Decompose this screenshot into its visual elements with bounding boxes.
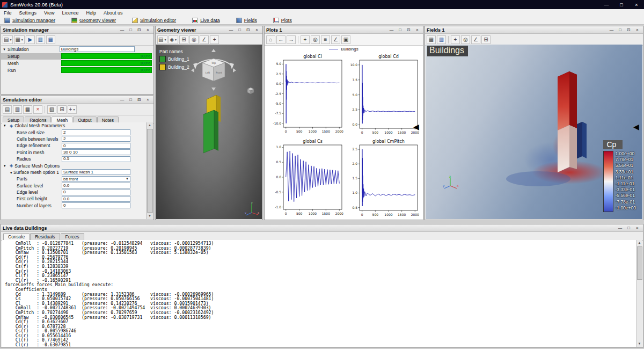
edge-level-field[interactable]: 0 bbox=[62, 190, 130, 195]
panel-minimize-button[interactable]: — bbox=[118, 96, 126, 103]
save-figure-button[interactable]: ▣ bbox=[341, 35, 350, 44]
console-output[interactable]: CmRoll : -0.012677841 (pressure: -0.0125… bbox=[2, 240, 636, 347]
surface-mesh-options-section[interactable]: ▾ ◈ Surface Mesh Options bbox=[2, 162, 147, 169]
delete-button[interactable]: × bbox=[33, 105, 42, 114]
scroll-down-icon[interactable]: ▼ bbox=[147, 213, 153, 219]
save-setup-button[interactable]: ▤ bbox=[3, 105, 12, 114]
surface-mesh-name-field[interactable]: Surface Mesh 1 bbox=[62, 169, 130, 175]
caret-open-icon[interactable]: ▾ bbox=[1, 47, 8, 52]
scroll-up-icon[interactable]: ▲ bbox=[147, 122, 153, 128]
global-mesh-parameters-section[interactable]: ▾ ◈ Global Mesh Parameters bbox=[2, 122, 147, 129]
collapse-plots-handle[interactable]: ◀ bbox=[413, 122, 419, 131]
editor-scrollbar[interactable]: ▲ ▼ bbox=[146, 122, 153, 219]
panel-maximize-button[interactable]: □ bbox=[127, 26, 135, 33]
run-simulation-button[interactable]: ▶ bbox=[26, 35, 35, 44]
panel-minimize-button[interactable]: — bbox=[616, 224, 624, 231]
tab-plots[interactable]: Plots bbox=[273, 18, 292, 23]
orbit-button[interactable]: ◎ bbox=[461, 35, 470, 44]
panel-close-button[interactable]: × bbox=[144, 96, 152, 103]
new-simulation-button[interactable]: ▤▼ bbox=[3, 35, 13, 44]
add-item-button[interactable]: +▼ bbox=[68, 105, 77, 114]
chart-global-cs[interactable]: global Cs05001000150020001.00.50.0-0.5-1… bbox=[269, 138, 345, 219]
panel-close-button[interactable]: × bbox=[144, 26, 152, 33]
pan-button[interactable]: + bbox=[301, 35, 310, 44]
home-view-cube-icon[interactable] bbox=[246, 86, 255, 95]
menu-licence[interactable]: Licence bbox=[58, 10, 82, 16]
setup-row[interactable]: Setup 100% bbox=[1, 53, 153, 60]
back-button[interactable]: ← bbox=[276, 35, 286, 44]
probe-button[interactable]: + bbox=[451, 35, 460, 44]
mesh-row[interactable]: Mesh 100% bbox=[1, 60, 153, 67]
table-button[interactable]: ▧ bbox=[47, 105, 56, 114]
chart-global-cmpitch[interactable]: global CmPitch05001000150020002.52.01.51… bbox=[346, 138, 420, 219]
tab-simulation-manager[interactable]: Simulation manager bbox=[4, 18, 55, 23]
forward-button[interactable]: → bbox=[287, 35, 296, 44]
panel-float-button[interactable]: ⊡ bbox=[135, 26, 143, 33]
panel-minimize-button[interactable]: — bbox=[608, 26, 616, 33]
simulation-tree-root-row[interactable]: ▾ Simulation Buildings bbox=[1, 46, 153, 53]
queue-button[interactable]: ▦ bbox=[46, 35, 55, 44]
axes-config-button[interactable]: ∠ bbox=[331, 35, 340, 44]
console-scrollbar[interactable]: ▲ ▼ bbox=[636, 240, 642, 347]
panel-maximize-button[interactable]: □ bbox=[236, 26, 244, 33]
import-button[interactable]: ▥ bbox=[13, 105, 22, 114]
tab-simulation-editor[interactable]: Simulation editor bbox=[132, 18, 176, 23]
fit-view-button[interactable]: ⊞ bbox=[481, 35, 491, 44]
export-button[interactable]: ▦ bbox=[23, 105, 32, 114]
view-orientation-button[interactable]: ◈▼ bbox=[169, 35, 178, 44]
batch-button[interactable]: ▦▼ bbox=[14, 35, 24, 44]
fields-3d-viewport[interactable]: Buildings bbox=[426, 45, 642, 219]
subplot-config-button[interactable]: ≡ bbox=[321, 35, 330, 44]
window-maximize-button[interactable]: □ bbox=[614, 0, 629, 9]
ruler-button[interactable]: ∠ bbox=[471, 35, 480, 44]
panel-close-button[interactable]: × bbox=[413, 26, 421, 33]
panel-close-button[interactable]: × bbox=[253, 26, 261, 33]
measure-button[interactable]: ∠ bbox=[200, 35, 209, 44]
panel-maximize-button[interactable]: □ bbox=[625, 224, 633, 231]
edge-refinement-field[interactable]: 0 bbox=[62, 143, 130, 149]
panel-minimize-button[interactable]: — bbox=[227, 26, 235, 33]
tab-residuals[interactable]: Residuals bbox=[30, 233, 60, 240]
panel-float-button[interactable]: ⊡ bbox=[405, 26, 413, 33]
fit-view-button[interactable]: ⊞ bbox=[179, 35, 188, 44]
panel-float-button[interactable]: ⊡ bbox=[244, 26, 252, 33]
panel-maximize-button[interactable]: □ bbox=[616, 26, 624, 33]
panel-minimize-button[interactable]: — bbox=[118, 26, 126, 33]
menu-about-us[interactable]: About us bbox=[100, 10, 127, 16]
geometry-3d-viewport[interactable]: Part names Building_1Building_2 Top Left… bbox=[156, 45, 262, 219]
panel-close-button[interactable]: × bbox=[633, 26, 641, 33]
window-minimize-button[interactable]: — bbox=[599, 0, 614, 9]
monitor-button[interactable]: ▥ bbox=[36, 35, 45, 44]
menu-file[interactable]: File bbox=[0, 10, 16, 16]
panel-close-button[interactable]: × bbox=[633, 224, 641, 231]
panel-float-button[interactable]: ⊡ bbox=[135, 96, 143, 103]
navigation-cube[interactable]: Top Left Front bbox=[188, 48, 239, 92]
window-close-button[interactable]: × bbox=[629, 0, 644, 9]
simulation-name-field[interactable]: Buildings bbox=[60, 46, 135, 52]
zoom-button[interactable]: ◎ bbox=[311, 35, 320, 44]
home-view-button[interactable]: ⌂ bbox=[266, 35, 275, 44]
cells-between-levels-field[interactable]: 2 bbox=[62, 136, 130, 142]
base-cell-size-field[interactable]: 2 bbox=[62, 129, 130, 135]
tab-forces[interactable]: Forces bbox=[61, 233, 84, 240]
scrollbar-thumb[interactable] bbox=[637, 246, 642, 280]
number-of-layers-field[interactable]: 0 bbox=[62, 202, 130, 208]
parts-select[interactable]: bb front▼ bbox=[62, 176, 130, 182]
menu-settings[interactable]: Settings bbox=[16, 10, 41, 16]
tab-fields[interactable]: Fields bbox=[236, 18, 257, 23]
chart-global-cd[interactable]: global Cd050010001500200010.07.55.02.50.… bbox=[346, 53, 420, 137]
move-button[interactable]: + bbox=[210, 35, 219, 44]
scrollbar-thumb[interactable] bbox=[147, 129, 153, 213]
panel-float-button[interactable]: ⊡ bbox=[625, 26, 633, 33]
collapse-fields-handle[interactable]: ◀ bbox=[633, 122, 639, 131]
first-cell-height-field[interactable]: 0.0 bbox=[62, 196, 130, 202]
run-row[interactable]: Run 100% bbox=[1, 67, 153, 74]
parts-visibility-button[interactable]: ▤▼ bbox=[157, 35, 167, 44]
tab-geometry-viewer[interactable]: Geometry viewer bbox=[71, 18, 116, 23]
orbit-button[interactable]: ◎ bbox=[189, 35, 199, 44]
chart-global-cl[interactable]: global Cl05001000150020005.02.50.0-2.5-5… bbox=[269, 53, 345, 137]
panel-maximize-button[interactable]: □ bbox=[127, 96, 135, 103]
radius-field[interactable]: 0.5 bbox=[62, 156, 130, 162]
scroll-up-icon[interactable]: ▲ bbox=[636, 240, 642, 246]
copy-button[interactable]: ⊞ bbox=[57, 105, 67, 114]
